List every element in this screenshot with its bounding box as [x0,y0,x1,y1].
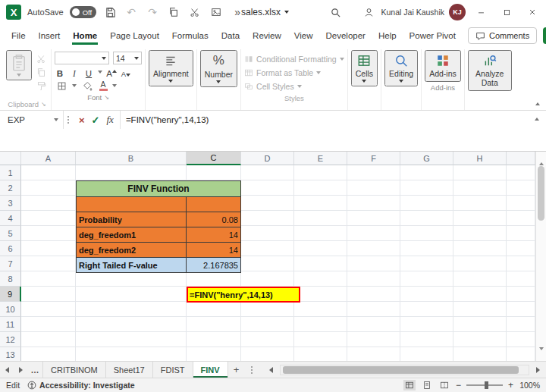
cell-g13[interactable] [400,347,453,361]
cell-partial-4[interactable] [507,211,535,226]
cell-d3[interactable] [241,196,294,211]
cell-c1[interactable] [187,165,241,180]
font-size-combobox[interactable]: 14 [113,52,142,64]
zoom-slider[interactable] [466,384,503,386]
cell-b7-result-label[interactable]: Right Tailed F-value [77,258,187,272]
cell-d5[interactable] [241,226,294,241]
cell-f6[interactable] [347,241,400,256]
cell-f10[interactable] [347,302,400,317]
image-icon[interactable] [209,5,224,20]
cell-f1[interactable] [347,165,400,180]
vertical-scrollbar[interactable] [535,152,546,361]
cell-h8[interactable] [453,271,507,287]
cell-h12[interactable] [453,332,507,347]
scroll-up-arrow[interactable] [539,155,544,165]
cell-h6[interactable] [453,241,507,256]
share-button[interactable] [543,27,546,44]
underline-button[interactable]: U [83,66,94,78]
cell-d6[interactable] [241,241,294,256]
sheet-tab-critbinom[interactable]: CRITBINOM [42,362,106,378]
cell-c12[interactable] [187,332,241,347]
row-header-8[interactable]: 8 [0,271,21,287]
row-header-5[interactable]: 5 [0,226,21,241]
cell-d7[interactable] [241,256,294,271]
tab-formulas[interactable]: Formulas [171,27,209,45]
sheet-tab-finv[interactable]: FINV [193,362,228,378]
cell-g12[interactable] [400,332,453,347]
vertical-scroll-thumb[interactable] [538,166,544,221]
cell-a5[interactable] [21,226,76,241]
cell-h1[interactable] [453,165,507,180]
cell-a13[interactable] [21,347,76,361]
cell-a4[interactable] [21,211,76,226]
italic-button[interactable]: I [69,66,80,78]
cell-f5[interactable] [347,226,400,241]
cell-c3[interactable] [187,197,240,212]
cell-b4-probability-label[interactable]: Probability [77,212,187,227]
fill-color-icon[interactable] [80,80,94,92]
cell-h10[interactable] [453,302,507,317]
column-header-g[interactable]: G [400,152,453,165]
cell-partial-3[interactable] [507,196,535,211]
row-header-13[interactable]: 13 [0,347,21,361]
cell-e8[interactable] [294,271,347,287]
addins-button[interactable]: Add-ins [425,50,461,82]
row-header-1[interactable]: 1 [0,165,21,180]
cell-d12[interactable] [241,332,294,347]
cell-partial-10[interactable] [507,302,535,317]
cell-g3[interactable] [400,196,453,211]
zoom-slider-thumb[interactable] [485,381,488,389]
user-avatar[interactable]: KJ [449,4,466,20]
sheet-options-icon[interactable] [245,362,259,378]
font-dialog-launcher[interactable]: ↘ [104,94,109,101]
cell-b5-degfreedom1-label[interactable]: deg_freedom1 [77,227,187,242]
format-painter-icon[interactable] [34,80,48,92]
undo-icon[interactable]: ↶ [124,5,139,20]
bold-button[interactable]: B [55,66,65,78]
cell-c9-edited-formula[interactable]: =FINV("henry",14,13) [187,287,300,303]
cell-d11[interactable] [241,317,294,332]
column-header-d[interactable]: D [241,152,294,165]
column-header-b[interactable]: B [76,152,187,165]
cell-d8[interactable] [241,271,294,287]
cell-f4[interactable] [347,211,400,226]
cell-b8[interactable] [76,271,187,287]
tab-home[interactable]: Home [72,27,98,45]
minimize-button[interactable] [470,0,491,24]
cell-b6-degfreedom2-label[interactable]: deg_freedom2 [77,243,187,257]
tab-developer[interactable]: Developer [325,27,366,45]
format-as-table-button[interactable]: Format as Table [244,66,344,79]
copy-icon[interactable] [34,67,48,78]
column-header-partial[interactable] [507,152,535,165]
cell-g11[interactable] [400,317,453,332]
cell-a10[interactable] [21,302,76,317]
cancel-entry-button[interactable]: × [79,114,85,126]
collapse-formula-bar-chevron[interactable] [535,118,539,121]
page-layout-view-icon[interactable] [421,380,433,390]
number-format-button[interactable]: % Number [200,50,237,87]
cell-h4[interactable] [453,211,507,226]
cell-e4[interactable] [294,211,347,226]
cell-partial-6[interactable] [507,241,535,256]
zoom-in-button[interactable]: + [508,380,513,390]
cell-g4[interactable] [400,211,453,226]
collapse-ribbon-chevron[interactable] [535,102,540,105]
cell-c6-degfreedom2-value[interactable]: 14 [187,243,240,257]
cell-g5[interactable] [400,226,453,241]
cell-e13[interactable] [294,347,347,361]
cell-e6[interactable] [294,241,347,256]
cell-partial-9[interactable] [507,287,535,302]
analyze-data-button[interactable]: Analyze Data [468,50,512,91]
cell-g6[interactable] [400,241,453,256]
cell-a11[interactable] [21,317,76,332]
scroll-left-arrow[interactable] [265,367,278,373]
cell-a7[interactable] [21,256,76,271]
scroll-right-arrow[interactable] [531,367,544,373]
document-title[interactable]: sales.xlsx [241,0,289,24]
comments-button[interactable]: Comments [468,27,537,44]
accessibility-status[interactable]: Accessibility: Investigate [27,381,134,390]
cell-partial-1[interactable] [507,165,535,180]
cell-e12[interactable] [294,332,347,347]
row-header-11[interactable]: 11 [0,317,21,332]
cell-e3[interactable] [294,196,347,211]
